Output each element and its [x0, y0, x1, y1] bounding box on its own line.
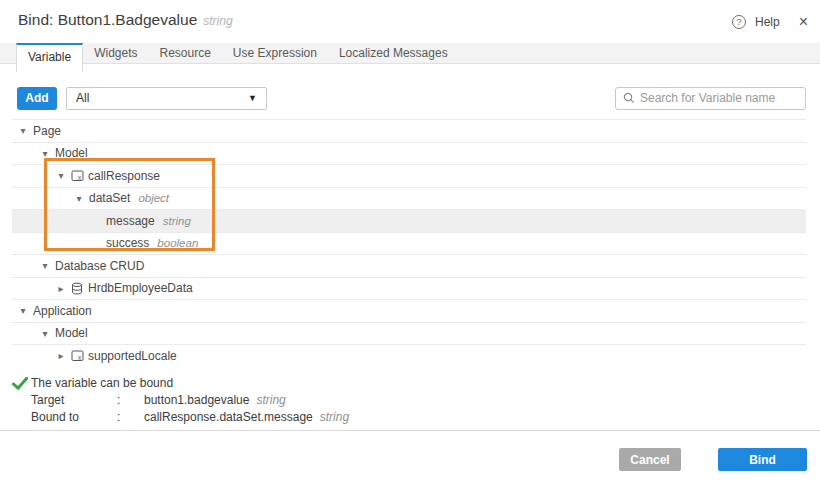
tree-row-label: Database CRUD [55, 259, 144, 273]
tree-row-label: success [106, 236, 149, 250]
status-message: The variable can be bound [31, 376, 173, 390]
status-boundto-type: string [320, 410, 349, 424]
status-target-label: Target [31, 393, 117, 407]
tree-row-database-crud[interactable]: ▾ Database CRUD [12, 254, 806, 277]
caret-down-icon[interactable]: ▾ [39, 328, 51, 339]
help-icon[interactable]: ? [732, 15, 746, 29]
caret-right-icon[interactable]: ▸ [55, 283, 67, 294]
tree-row-type: boolean [157, 237, 198, 249]
tab-bar: Variable Widgets Resource Use Expression… [0, 43, 820, 64]
caret-down-icon[interactable]: ▾ [55, 170, 67, 181]
status-boundto-label: Bound to [31, 410, 117, 424]
tree-row-label: HrdbEmployeeData [88, 281, 193, 295]
tree-row-label: Page [33, 124, 61, 138]
caret-down-icon[interactable]: ▾ [17, 305, 29, 316]
tab-variable[interactable]: Variable [16, 43, 83, 72]
tree-row-message[interactable]: message string [12, 209, 806, 232]
tree-row-label: Application [33, 304, 92, 318]
tab-resource[interactable]: Resource [149, 43, 222, 64]
help-link[interactable]: Help [755, 15, 780, 29]
search-input[interactable] [640, 91, 798, 105]
close-icon[interactable]: × [799, 14, 808, 30]
tree-row-callresponse[interactable]: ▾ x callResponse [12, 164, 806, 187]
tree-row-dataset[interactable]: ▾ dataSet object [12, 187, 806, 210]
status-boundto-value: callResponse.dataSet.message [144, 410, 313, 424]
dialog-header: Bind: Button1.Badgevaluestring ? Help × [0, 0, 820, 43]
variable-filter-value: All [76, 91, 89, 105]
tree-row-application[interactable]: ▾ Application [12, 299, 806, 322]
cancel-button[interactable]: Cancel [619, 448, 681, 471]
variable-icon: x [71, 169, 84, 182]
status-colon: : [117, 393, 144, 407]
tree-row-app-model[interactable]: ▾ Model [12, 322, 806, 345]
variable-tree: ▾ Page ▾ Model ▾ x callResponse ▾ dataSe… [12, 119, 806, 368]
tree-row-model[interactable]: ▾ Model [12, 142, 806, 165]
variable-search-box[interactable] [615, 87, 806, 110]
caret-down-icon[interactable]: ▾ [17, 125, 29, 136]
tree-row-supportedlocale[interactable]: ▸ x supportedLocale [12, 344, 806, 367]
tree-row-page[interactable]: ▾ Page [12, 119, 806, 142]
status-target-value: button1.badgevalue [144, 393, 249, 407]
tab-use-expression[interactable]: Use Expression [222, 43, 328, 64]
variable-icon: x [71, 349, 84, 362]
status-target-row: Target : button1.badgevalue string [31, 393, 820, 407]
caret-down-icon[interactable]: ▾ [39, 260, 51, 271]
tree-row-label: callResponse [88, 169, 160, 183]
status-boundto-row: Bound to : callResponse.dataSet.message … [31, 410, 820, 424]
caret-down-icon[interactable]: ▾ [73, 193, 85, 204]
database-icon [71, 282, 84, 295]
dialog-title: Bind: Button1.Badgevaluestring [18, 11, 233, 29]
status-colon: : [117, 410, 144, 424]
tree-row-success[interactable]: success boolean [12, 232, 806, 255]
bind-status-panel: The variable can be bound Target : butto… [0, 367, 820, 431]
tab-widgets[interactable]: Widgets [83, 43, 148, 64]
variable-filter-select[interactable]: All ▼ [66, 87, 267, 110]
variable-toolbar: Add All ▼ [0, 65, 820, 119]
caret-right-icon[interactable]: ▸ [55, 350, 67, 361]
caret-down-icon[interactable]: ▾ [39, 148, 51, 159]
add-button[interactable]: Add [17, 87, 57, 110]
dialog-title-type: string [203, 14, 232, 28]
success-check-icon [12, 377, 30, 390]
tree-row-label: Model [55, 146, 88, 160]
select-caret-icon: ▼ [248, 93, 257, 103]
status-target-type: string [256, 393, 285, 407]
search-icon [623, 92, 635, 104]
tree-row-label: supportedLocale [88, 349, 177, 363]
tree-row-type: object [138, 192, 169, 204]
dialog-footer: Cancel Bind [0, 431, 820, 489]
tab-localized-messages[interactable]: Localized Messages [328, 43, 459, 64]
tree-row-label: message [106, 214, 155, 228]
tree-row-label: Model [55, 326, 88, 340]
tree-row-type: string [163, 215, 191, 227]
svg-text:x: x [78, 354, 82, 361]
tree-row-hrdbemployeedata[interactable]: ▸ HrdbEmployeeData [12, 277, 806, 300]
bind-button[interactable]: Bind [718, 448, 807, 471]
svg-text:x: x [78, 174, 82, 181]
dialog-title-text: Bind: Button1.Badgevalue [18, 11, 197, 28]
tree-row-label: dataSet [89, 191, 130, 205]
